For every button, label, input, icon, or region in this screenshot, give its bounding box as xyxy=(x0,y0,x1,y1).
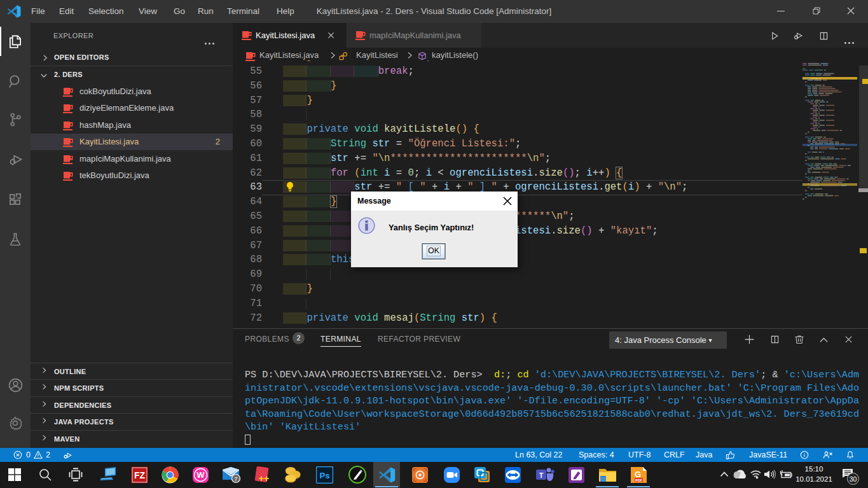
svg-text:W: W xyxy=(196,470,205,480)
svg-text:++: ++ xyxy=(258,473,268,484)
svg-text:FZ: FZ xyxy=(134,470,145,480)
svg-text:PDF: PDF xyxy=(635,478,643,482)
svg-text:Ps: Ps xyxy=(319,470,329,480)
svg-text:7: 7 xyxy=(234,476,237,482)
svg-text:T: T xyxy=(539,471,544,478)
